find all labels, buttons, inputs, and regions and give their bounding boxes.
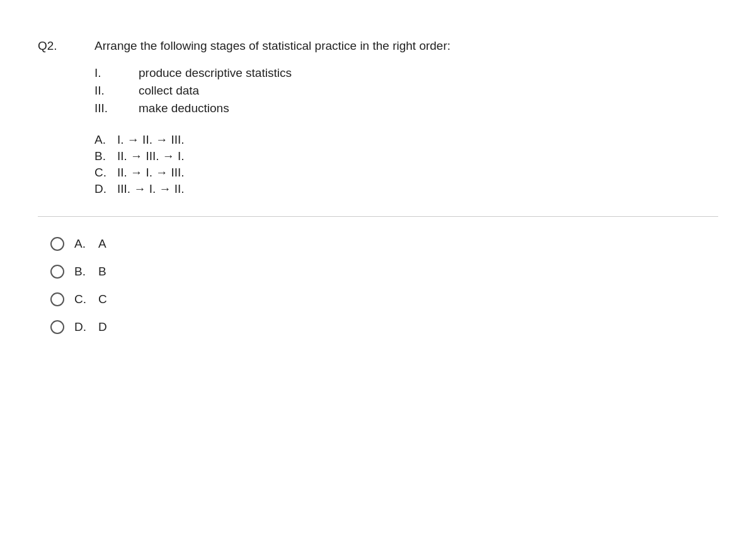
page: Q2. Arrange the following stages of stat… [0,0,756,359]
section-divider [38,216,718,217]
answer-label-a: A [98,237,106,251]
stage-item-2: II. collect data [94,84,718,98]
answer-letter-c: C. [74,292,88,306]
stages-list: I. produce descriptive statistics II. co… [94,66,718,115]
option-item-b: B. II. → III. → I. [94,149,718,163]
option-sequence-b: II. → III. → I. [117,149,185,163]
option-item-a: A. I. → II. → III. [94,133,718,147]
option-letter-c: C. [94,166,110,180]
answer-choice-c[interactable]: C. C [50,292,718,306]
option-sequence-a: I. → II. → III. [117,133,185,147]
question-block: Q2. Arrange the following stages of stat… [38,38,718,197]
answer-letter-a: A. [74,237,88,251]
stage-label-3: make deductions [139,101,229,115]
radio-a[interactable] [50,237,64,251]
radio-c[interactable] [50,292,64,306]
question-text: Arrange the following stages of statisti… [94,38,718,55]
stage-numeral-2: II. [94,84,126,98]
option-sequence-c: II. → I. → III. [117,166,185,180]
stage-label-1: produce descriptive statistics [139,66,292,80]
answer-letter-d: D. [74,320,88,334]
answer-label-c: C [98,292,107,306]
stage-item-3: III. make deductions [94,101,718,115]
stage-numeral-1: I. [94,66,126,80]
stage-label-2: collect data [139,84,199,98]
answer-letter-b: B. [74,265,88,279]
answer-choice-a[interactable]: A. A [50,237,718,251]
answer-choices: A. A B. B C. C D. D [38,237,718,334]
options-list: A. I. → II. → III. B. II. → III. → I. C.… [94,133,718,197]
option-item-d: D. III. → I. → II. [94,182,718,196]
question-content: Arrange the following stages of statisti… [94,38,718,197]
radio-d[interactable] [50,320,64,334]
answer-label-b: B [98,265,106,279]
answer-choice-b[interactable]: B. B [50,265,718,279]
answer-choice-d[interactable]: D. D [50,320,718,334]
option-letter-b: B. [94,149,110,163]
option-letter-a: A. [94,133,110,147]
option-sequence-d: III. → I. → II. [117,182,185,196]
question-number: Q2. [38,38,76,197]
answer-label-d: D [98,320,107,334]
stage-numeral-3: III. [94,101,126,115]
option-item-c: C. II. → I. → III. [94,166,718,180]
option-letter-d: D. [94,182,110,196]
stage-item-1: I. produce descriptive statistics [94,66,718,80]
radio-b[interactable] [50,265,64,279]
